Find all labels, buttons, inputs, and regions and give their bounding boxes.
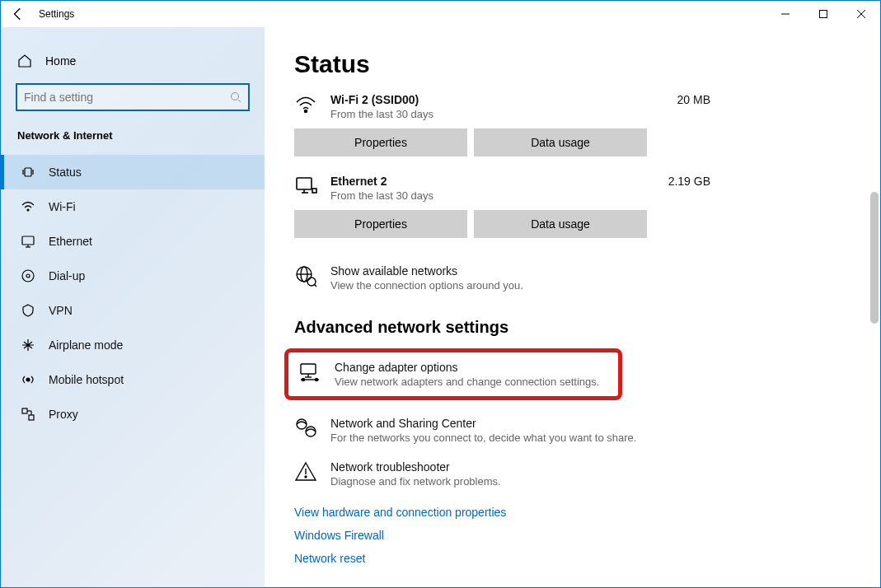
link-title: Change adapter options [335, 361, 599, 374]
proxy-icon [21, 407, 35, 422]
wifi-icon [294, 93, 317, 116]
ethernet-icon [21, 234, 35, 249]
data-usage-button[interactable]: Data usage [474, 210, 647, 238]
link-hardware-properties[interactable]: View hardware and connection properties [294, 506, 851, 519]
category-title: Network & Internet [1, 129, 265, 155]
advanced-section-title: Advanced network settings [294, 318, 851, 337]
connection-ethernet: Ethernet 2 From the last 30 days 2.19 GB [294, 175, 851, 202]
link-sub: View the connection options around you. [330, 279, 523, 292]
sidebar-item-ethernet[interactable]: Ethernet [1, 224, 265, 259]
sidebar-item-label: Airplane mode [49, 338, 123, 352]
sidebar-item-proxy[interactable]: Proxy [1, 397, 265, 432]
sidebar: Home Network & Internet Status Wi-Fi Eth… [1, 27, 265, 587]
sidebar-item-label: Dial-up [49, 269, 85, 282]
svg-rect-16 [22, 408, 27, 413]
svg-point-34 [302, 379, 305, 381]
link-title: Network troubleshooter [330, 460, 501, 474]
svg-rect-30 [301, 364, 316, 374]
svg-point-39 [305, 476, 307, 478]
connection-usage: 20 MB [677, 93, 710, 106]
window-title: Settings [39, 8, 74, 20]
adapter-icon [298, 361, 321, 384]
svg-point-20 [305, 110, 307, 113]
link-title: Show available networks [330, 264, 523, 278]
connection-sub: From the last 30 days [330, 108, 433, 120]
sharing-icon [294, 417, 317, 440]
link-title: Network and Sharing Center [330, 417, 636, 430]
search-input[interactable] [24, 91, 230, 104]
page-title: Status [294, 50, 851, 78]
sidebar-item-label: Mobile hotspot [49, 373, 124, 386]
svg-point-36 [297, 419, 307, 429]
data-usage-button[interactable]: Data usage [474, 128, 647, 156]
properties-button[interactable]: Properties [294, 128, 467, 156]
airplane-icon [21, 338, 35, 352]
sidebar-item-label: Wi-Fi [49, 200, 76, 213]
network-sharing-center[interactable]: Network and Sharing Center For the netwo… [294, 408, 851, 452]
home-label: Home [45, 54, 76, 68]
svg-line-5 [238, 100, 241, 102]
maximize-button[interactable] [804, 1, 842, 27]
properties-button[interactable]: Properties [294, 210, 467, 238]
change-adapter-options[interactable]: Change adapter options View network adap… [298, 361, 608, 388]
ethernet-icon [294, 175, 317, 198]
sidebar-item-label: Status [49, 166, 82, 179]
connection-usage: 2.19 GB [668, 175, 710, 188]
sidebar-item-status[interactable]: Status [1, 155, 265, 189]
sidebar-item-vpn[interactable]: VPN [1, 293, 265, 328]
search-box[interactable] [16, 83, 250, 111]
sidebar-item-label: VPN [49, 304, 73, 317]
main-content: Status Wi-Fi 2 (SSID00) From the last 30… [265, 27, 880, 587]
link-sub: For the networks you connect to, decide … [330, 432, 636, 444]
sidebar-item-hotspot[interactable]: Mobile hotspot [1, 362, 265, 397]
minimize-button[interactable] [766, 1, 804, 27]
wifi-icon [21, 199, 35, 214]
link-sub: View network adapters and change connect… [335, 376, 599, 388]
svg-rect-10 [22, 236, 34, 245]
settings-window: Settings Home Network & Internet [0, 0, 881, 588]
sidebar-item-label: Ethernet [49, 235, 92, 248]
link-windows-firewall[interactable]: Windows Firewall [294, 529, 851, 542]
home-icon [17, 54, 32, 68]
connection-sub: From the last 30 days [330, 189, 433, 202]
titlebar: Settings [1, 1, 880, 27]
svg-point-14 [26, 274, 30, 278]
scrollbar-thumb[interactable] [870, 192, 879, 324]
svg-rect-1 [820, 11, 827, 18]
connection-wifi: Wi-Fi 2 (SSID00) From the last 30 days 2… [294, 93, 851, 120]
globe-icon [294, 264, 317, 287]
home-link[interactable]: Home [1, 47, 265, 83]
sidebar-item-dialup[interactable]: Dial-up [1, 259, 265, 293]
sidebar-item-wifi[interactable]: Wi-Fi [1, 189, 265, 224]
svg-rect-21 [297, 178, 312, 189]
svg-point-9 [27, 209, 29, 211]
hotspot-icon [21, 372, 35, 387]
link-sub: Diagnose and fix network problems. [330, 475, 501, 488]
svg-point-13 [22, 270, 34, 282]
svg-point-15 [26, 378, 30, 381]
sidebar-item-airplane[interactable]: Airplane mode [1, 328, 265, 362]
link-network-reset[interactable]: Network reset [294, 552, 851, 565]
search-icon [230, 91, 241, 103]
svg-point-35 [316, 379, 318, 381]
svg-point-37 [306, 427, 316, 436]
network-troubleshooter[interactable]: Network troubleshooter Diagnose and fix … [294, 452, 851, 496]
highlight-box: Change adapter options View network adap… [284, 348, 622, 400]
connection-name: Wi-Fi 2 (SSID00) [330, 93, 433, 106]
status-icon [21, 165, 35, 180]
warn-icon [294, 460, 317, 483]
svg-rect-24 [312, 189, 316, 193]
svg-point-4 [232, 93, 239, 100]
connection-name: Ethernet 2 [330, 175, 433, 188]
show-available-networks[interactable]: Show available networks View the connect… [294, 256, 851, 300]
dialup-icon [21, 268, 35, 283]
close-button[interactable] [842, 1, 880, 27]
back-button[interactable] [11, 7, 26, 21]
vpn-icon [21, 303, 35, 318]
sidebar-item-label: Proxy [49, 408, 78, 421]
svg-rect-6 [25, 168, 31, 176]
svg-rect-17 [29, 415, 34, 420]
